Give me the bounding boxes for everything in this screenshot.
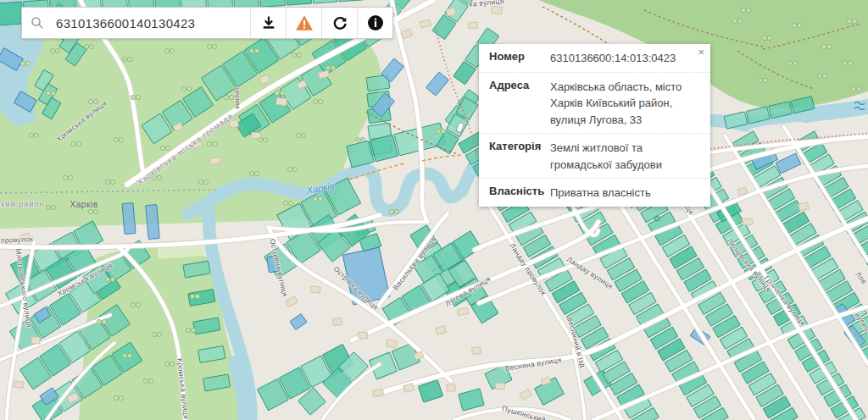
tree-icon: [283, 201, 287, 205]
tree-icon: [318, 99, 322, 103]
tree-icon: [34, 133, 38, 137]
building: [495, 383, 504, 390]
popup-row-number: Номер 6310136600:14:013:0423: [479, 44, 710, 72]
building: [457, 308, 468, 316]
info-icon[interactable]: [357, 8, 392, 38]
refresh-icon[interactable]: [321, 8, 357, 38]
tree-icon: [119, 137, 123, 141]
tree-icon: [297, 52, 301, 57]
tree-icon: [88, 99, 92, 103]
cadastral-map[interactable]: [0, 0, 868, 420]
tree-icon: [292, 52, 296, 57]
map-viewport[interactable]: Хромська вулицяХарківська міська громада…: [0, 0, 868, 420]
tree-icon: [110, 180, 114, 184]
popup-label: Адреса: [489, 79, 550, 129]
building: [333, 318, 342, 326]
tree-icon: [191, 328, 195, 332]
tree-icon: [313, 196, 317, 201]
download-icon[interactable]: [250, 8, 286, 38]
tree-icon: [254, 171, 259, 175]
tree-icon: [152, 332, 156, 336]
tree-icon: [122, 57, 126, 61]
tree-icon: [313, 99, 317, 103]
building: [230, 119, 239, 127]
river: [237, 364, 248, 420]
cadastral-parcel[interactable]: [267, 256, 279, 272]
tree-icon: [792, 23, 796, 27]
tree-icon: [394, 209, 398, 213]
tree-icon: [119, 395, 123, 400]
tree-icon: [758, 78, 762, 82]
tree-icon: [110, 277, 114, 281]
tree-icon: [50, 48, 54, 52]
close-icon[interactable]: ×: [698, 47, 704, 58]
building: [310, 286, 320, 293]
popup-label: Власність: [489, 185, 550, 202]
warning-icon[interactable]: [286, 8, 321, 38]
tree-icon: [68, 175, 72, 180]
tree-icon: [164, 48, 169, 52]
tree-icon: [360, 137, 364, 141]
popup-value: Приватна власність: [550, 185, 700, 202]
tree-icon: [203, 180, 208, 184]
tree-icon: [93, 209, 97, 213]
tree-icon: [249, 48, 253, 52]
building: [447, 384, 455, 391]
tree-icon: [355, 137, 359, 141]
tree-icon: [164, 362, 169, 366]
tree-icon: [97, 319, 101, 323]
tree-icon: [198, 180, 203, 184]
tree-icon: [331, 65, 335, 69]
tree-icon: [195, 294, 199, 298]
popup-label: Номер: [489, 50, 550, 67]
popup-label: Категорія: [489, 140, 550, 173]
tree-icon: [737, 19, 742, 23]
building: [276, 97, 287, 105]
tree-icon: [55, 48, 59, 52]
tree-icon: [767, 36, 771, 40]
tree-icon: [89, 44, 93, 48]
search-input[interactable]: [53, 8, 250, 38]
tree-icon: [105, 180, 109, 184]
tree-icon: [102, 319, 106, 323]
tree-icon: [160, 146, 164, 150]
tree-icon: [292, 167, 297, 171]
tree-icon: [127, 57, 131, 61]
tree-icon: [122, 353, 126, 357]
popup-row-category: Категорія Землі житлової та громадської …: [479, 133, 710, 178]
tree-icon: [190, 294, 194, 298]
tree-icon: [170, 48, 174, 52]
tree-icon: [152, 175, 156, 180]
tree-icon: [848, 61, 852, 65]
tree-icon: [263, 137, 267, 141]
tree-icon: [157, 175, 161, 180]
tree-icon: [29, 133, 33, 137]
popup-value: Землі житлової та громадської забудови: [550, 140, 700, 173]
tree-icon: [131, 302, 135, 307]
tree-icon: [105, 277, 109, 281]
tree-icon: [787, 61, 792, 65]
tree-icon: [76, 141, 81, 146]
tree-icon: [71, 141, 75, 146]
tree-icon: [186, 86, 191, 91]
tree-icon: [822, 74, 826, 78]
tree-icon: [249, 171, 253, 175]
tree-icon: [127, 353, 131, 357]
popup-value: Харківська область, місто Харків Київськ…: [550, 79, 700, 129]
tree-icon: [856, 86, 860, 91]
building: [31, 337, 40, 344]
tree-icon: [301, 133, 305, 137]
tree-icon: [762, 36, 766, 40]
tree-icon: [318, 196, 322, 201]
cadastral-parcel[interactable]: [0, 2, 23, 25]
tree-icon: [296, 133, 300, 137]
cadastral-parcel[interactable]: [122, 203, 136, 235]
tree-icon: [817, 74, 821, 78]
tree-icon: [136, 95, 140, 99]
tree-icon: [436, 129, 440, 133]
tree-icon: [25, 61, 30, 65]
building: [743, 218, 754, 225]
tree-icon: [114, 137, 118, 141]
tree-icon: [280, 91, 284, 95]
tree-icon: [847, 19, 851, 23]
